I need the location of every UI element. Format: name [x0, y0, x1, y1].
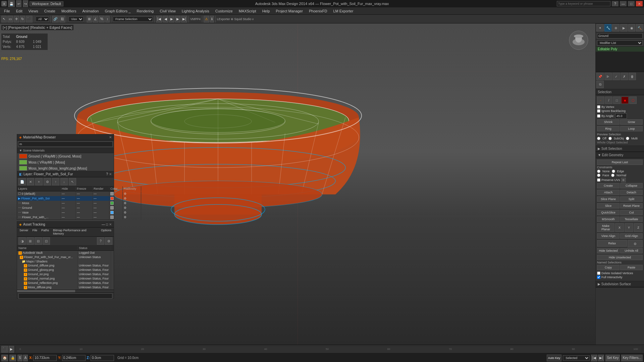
maximize-button[interactable]: □: [628, 1, 635, 6]
layer-row-ground[interactable]: ⋯ Ground ——— ⚙: [17, 205, 114, 210]
ring-btn[interactable]: Ring: [597, 126, 620, 131]
create-panel-icon[interactable]: ✦: [596, 24, 604, 32]
asset-menu-bitmap[interactable]: Bitmap Performance and Memory: [51, 228, 99, 236]
selection-header[interactable]: Selection: [596, 89, 644, 95]
menu-edit[interactable]: Edit: [13, 8, 25, 14]
preserve-uv-settings[interactable]: ⚙: [621, 178, 626, 182]
view-align-btn[interactable]: View Align: [597, 233, 620, 239]
material-item-moss[interactable]: Moss ( VRayMtl ) [Moss]: [17, 159, 114, 165]
transform-selection[interactable]: Frame Selection: [113, 16, 153, 22]
snap-2d[interactable]: S: [17, 355, 22, 361]
copy-stack-btn[interactable]: ⧉: [596, 81, 604, 88]
menu-views[interactable]: Views: [26, 8, 41, 14]
by-angle-value[interactable]: [615, 113, 627, 119]
menu-modifiers[interactable]: Modifiers: [59, 8, 79, 14]
next-frame[interactable]: ▶: [175, 16, 180, 22]
border-icon-btn[interactable]: □: [613, 97, 621, 104]
asset-btn3[interactable]: ⊟: [35, 237, 42, 245]
asset-row-ground-glossy[interactable]: !Ground_glossy.png Unknown Status, Four: [17, 268, 114, 272]
quick-access-save[interactable]: 💾: [8, 0, 15, 7]
quick-access-undo[interactable]: ↩: [16, 0, 21, 7]
close-button[interactable]: ✕: [636, 1, 643, 6]
unhide-all-btn[interactable]: Unhide All: [620, 248, 643, 253]
move-btn[interactable]: ✛: [14, 16, 19, 22]
search-input[interactable]: [557, 1, 610, 6]
asset-row-vault[interactable]: !Autodesk Vault Logged Out: [17, 251, 114, 255]
modify-panel-icon[interactable]: 🔧: [604, 24, 612, 32]
asset-filter-input[interactable]: [18, 293, 112, 299]
asset-menu-server[interactable]: Server: [18, 228, 30, 236]
info-btn[interactable]: ℹ: [210, 16, 214, 22]
layer-move-up[interactable]: ↑: [52, 178, 59, 185]
repeat-last-btn[interactable]: Repeat Last: [597, 160, 643, 165]
prev-key-btn[interactable]: |◀: [591, 355, 597, 361]
asset-settings[interactable]: ⚙: [105, 237, 112, 245]
x-btn[interactable]: X: [615, 223, 624, 232]
key-filters-btn[interactable]: Key Filters...: [621, 355, 643, 361]
constraint-face-radio[interactable]: [597, 174, 600, 177]
layer-new-btn[interactable]: 📄: [18, 178, 26, 185]
material-browser-close[interactable]: ✕: [109, 135, 112, 139]
ignore-backfacing-checkbox[interactable]: [597, 109, 600, 113]
z-input[interactable]: [91, 355, 114, 361]
asset-tracking-close[interactable]: ✕: [109, 223, 112, 226]
asset-minimize[interactable]: —: [102, 223, 105, 226]
relax-btn[interactable]: Relax: [597, 240, 627, 247]
status-icon2[interactable]: 🔒: [9, 355, 16, 361]
menu-phoenixfd[interactable]: PhoenixFD: [306, 8, 330, 14]
layer-help-btn[interactable]: ?: [106, 172, 108, 176]
delete-isolated-checkbox[interactable]: [597, 272, 600, 275]
asset-menu-paths[interactable]: Paths: [40, 228, 51, 236]
hide-unselected-btn[interactable]: Hide Unselected: [597, 255, 643, 260]
constraint-none-radio[interactable]: [597, 170, 600, 173]
grow-btn[interactable]: Grow: [620, 119, 643, 125]
view-dropdown[interactable]: View: [68, 16, 84, 22]
quick-access-redo[interactable]: ↪: [23, 0, 28, 7]
link-btn[interactable]: 🔗: [52, 16, 59, 22]
scale-btn[interactable]: ⬛: [26, 16, 33, 22]
slice-btn[interactable]: Slice: [597, 203, 620, 208]
last-frame[interactable]: ▶|: [181, 16, 187, 22]
warn-btn[interactable]: ⚠: [204, 16, 209, 22]
preview-multi-radio[interactable]: [626, 137, 629, 140]
prev-frame[interactable]: ◀: [163, 16, 168, 22]
percent-snap[interactable]: %: [99, 16, 105, 22]
key-mode[interactable]: |◀: [156, 16, 162, 22]
copy-btn[interactable]: Copy: [597, 265, 620, 270]
timeline-track[interactable]: 0 10 20 30 40 50 60 70 80 90 100: [16, 346, 641, 352]
tessellate-btn[interactable]: Tessellate: [620, 217, 643, 222]
vertex-icon-btn[interactable]: ·: [597, 97, 604, 104]
slice-plane-btn[interactable]: Slice Plane: [597, 196, 620, 202]
modifier-list-dropdown[interactable]: Modifier List: [597, 40, 643, 46]
make-planar-btn[interactable]: Make Planar: [597, 223, 614, 232]
status-icon1[interactable]: 🏠: [1, 355, 8, 361]
rotate-btn[interactable]: ↻: [20, 16, 25, 22]
angle-snap[interactable]: ∠: [93, 16, 98, 22]
menu-create[interactable]: Create: [42, 8, 58, 14]
layer-row-flower-pot2[interactable]: ⋯ Flower_Pot_with_... ——— ⚙: [17, 215, 114, 220]
paste-btn[interactable]: Paste: [620, 265, 643, 270]
shrink-btn[interactable]: Shrink: [597, 119, 620, 125]
edit-geometry-header[interactable]: ▼ Edit Geometry: [596, 152, 644, 158]
menu-rendering[interactable]: Rendering: [134, 8, 156, 14]
funnel-btn[interactable]: ⫸: [604, 73, 612, 80]
menu-lighting[interactable]: Lighting Analysis: [179, 8, 212, 14]
quick-slice-btn[interactable]: QuickSlice: [597, 210, 620, 215]
selected-dropdown[interactable]: Selected: [563, 355, 590, 361]
workspace-selector[interactable]: Workspace: Default: [30, 1, 63, 6]
layer-row-flower-pot[interactable]: ▶ Flower_Pot_with_Soi — — — ⚙: [17, 196, 114, 201]
asset-maximize[interactable]: □: [106, 223, 108, 226]
set-key-btn[interactable]: Set Key: [605, 355, 620, 361]
asset-row-moss-diffuse[interactable]: !Moss_diffuse.png Unknown Status, Four: [17, 285, 114, 290]
material-item-moss-length[interactable]: Moss_lenght (Moss_lenght.png) [Moss]: [17, 165, 114, 171]
asset-scrollbar-thumb[interactable]: [17, 290, 75, 292]
split-btn[interactable]: Split: [620, 196, 643, 202]
unlink-btn[interactable]: ⛓: [59, 16, 65, 22]
filter-dropdown[interactable]: All: [36, 16, 49, 22]
menu-lm-exporter[interactable]: LM Exporter: [330, 8, 356, 14]
asset-row-ground-diffuse[interactable]: !Ground_diffuse.png Unknown Status, Four: [17, 263, 114, 268]
x-mark-btn[interactable]: ✗: [621, 73, 628, 80]
menu-file[interactable]: File: [1, 8, 13, 14]
layer-row-moss[interactable]: ⋯ Moss ——— ⚙: [17, 201, 114, 205]
cut-btn[interactable]: Cut: [620, 210, 643, 215]
